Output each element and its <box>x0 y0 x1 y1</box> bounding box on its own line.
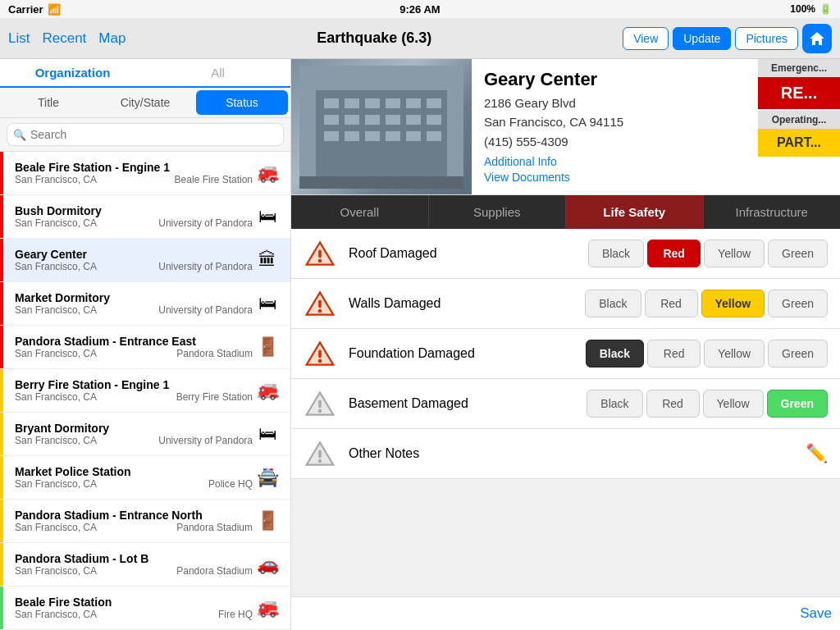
assess-btn-green[interactable]: Green <box>767 390 828 418</box>
assess-btn-green[interactable]: Green <box>768 290 828 317</box>
assessment-row: Basement DamagedBlackRedYellowGreen <box>291 379 840 429</box>
list-item-text: Berry Fire Station - Engine 1San Francis… <box>8 378 253 403</box>
additional-info-link[interactable]: Additional Info <box>484 155 828 168</box>
assessment-row: Walls DamagedBlackRedYellowGreen <box>291 279 840 329</box>
nav-bar: List Recent Map Earthquake (6.3) View Up… <box>0 18 840 59</box>
save-button[interactable]: Save <box>800 605 832 622</box>
assessment-row-label: Roof Damaged <box>349 246 576 261</box>
nav-actions: View Update Pictures <box>623 24 832 53</box>
svg-rect-7 <box>406 98 421 108</box>
update-button[interactable]: Update <box>673 27 731 50</box>
assess-btn-yellow[interactable]: Yellow <box>703 390 764 418</box>
assess-btn-black[interactable]: Black <box>586 340 644 368</box>
main-container: Organization All Title City/State Status… <box>0 59 840 630</box>
list-item[interactable]: Bush DormitorySan Francisco, CAUniversit… <box>0 195 290 239</box>
list-item[interactable]: Market Police StationSan Francisco, CAPo… <box>0 456 290 500</box>
assess-btn-black[interactable]: Black <box>587 390 642 418</box>
list-nav-button[interactable]: List <box>8 30 30 47</box>
map-nav-button[interactable]: Map <box>98 30 126 47</box>
list-item-sub: San Francisco, CAUniversity of Pandora <box>15 261 253 272</box>
operating-status: PART... <box>758 129 840 157</box>
assess-btn-black[interactable]: Black <box>588 240 644 267</box>
operating-label: Operating... <box>758 111 840 129</box>
list-item[interactable]: Berry Fire Station - Engine 1San Francis… <box>0 369 290 413</box>
wifi-icon: 📶 <box>48 3 61 16</box>
list-item-text: Pandora Stadium - Entrance NorthSan Fran… <box>8 509 253 533</box>
filter-title[interactable]: Title <box>2 90 94 115</box>
list-item-sub: San Francisco, CAFire HQ <box>15 609 253 620</box>
location-header: Geary Center 2186 Geary Blvd San Francis… <box>291 59 840 195</box>
svg-rect-5 <box>365 98 380 108</box>
home-button[interactable] <box>802 24 832 53</box>
assess-btn-yellow[interactable]: Yellow <box>704 240 765 267</box>
list-item[interactable]: Pandora Stadium - Entrance NorthSan Fran… <box>0 500 290 543</box>
svg-rect-20 <box>427 131 441 141</box>
list-item[interactable]: Geary CenterSan Francisco, CAUniversity … <box>0 239 290 282</box>
assess-btn-green[interactable]: Green <box>768 240 828 267</box>
list-item-text: Beale Fire StationSan Francisco, CAFire … <box>8 596 253 620</box>
svg-point-36 <box>318 459 322 463</box>
svg-rect-21 <box>299 176 463 189</box>
list-item-icon: 🚔 <box>253 463 282 492</box>
list-item[interactable]: Pandora Stadium - Lot BSan Francisco, CA… <box>0 543 290 587</box>
filter-tabs: Title City/State Status <box>0 88 290 118</box>
battery-info: 100% 🔋 <box>790 3 832 15</box>
svg-rect-9 <box>324 115 339 125</box>
list-item[interactable]: Beale Fire StationSan Francisco, CAFire … <box>0 587 290 630</box>
view-documents-link[interactable]: View Documents <box>484 171 828 184</box>
page-title: Earthquake (6.3) <box>317 30 431 47</box>
sidebar: Organization All Title City/State Status… <box>0 59 291 630</box>
assess-btn-red[interactable]: Red <box>647 240 701 267</box>
svg-rect-3 <box>324 98 339 108</box>
list-item-icon: 🛏 <box>253 289 282 318</box>
list-item-text: Beale Fire Station - Engine 1San Francis… <box>8 161 253 185</box>
emergency-label: Emergenc... <box>758 59 840 77</box>
list-item-title: Bryant Dormitory <box>15 422 253 435</box>
assessment-row-label: Walls Damaged <box>349 296 573 311</box>
svg-rect-32 <box>318 400 322 409</box>
list-item[interactable]: Pandora Stadium - Entrance EastSan Franc… <box>0 326 290 369</box>
svg-rect-26 <box>318 300 322 308</box>
search-icon: 🔍 <box>13 129 26 141</box>
status-time: 9:26 AM <box>399 3 440 16</box>
filter-status[interactable]: Status <box>196 90 288 115</box>
location-photo <box>291 59 472 194</box>
assess-btn-red[interactable]: Red <box>646 390 700 418</box>
svg-rect-8 <box>427 98 441 108</box>
list-item-text: Bush DormitorySan Francisco, CAUniversit… <box>8 204 253 229</box>
svg-rect-18 <box>386 131 400 141</box>
list-item-indicator <box>0 456 3 499</box>
assess-btn-red[interactable]: Red <box>647 340 701 368</box>
all-tab[interactable]: All <box>145 59 290 86</box>
list-item-title: Pandora Stadium - Entrance North <box>15 509 253 522</box>
assess-btn-black[interactable]: Black <box>585 290 641 317</box>
list-item[interactable]: Beale Fire Station - Engine 1San Francis… <box>0 152 290 195</box>
assess-btn-yellow[interactable]: Yellow <box>704 340 765 368</box>
content-tab-infrastructure[interactable]: Infrastructure <box>704 195 841 229</box>
recent-nav-button[interactable]: Recent <box>42 30 86 47</box>
search-input[interactable] <box>7 123 284 146</box>
pencil-icon[interactable]: ✏️ <box>806 443 828 464</box>
content-tab-life-safety[interactable]: Life Safety <box>566 195 704 229</box>
list-item[interactable]: Market DormitorySan Francisco, CAUnivers… <box>0 282 290 326</box>
organization-tab[interactable]: Organization <box>0 59 145 86</box>
svg-rect-23 <box>318 250 322 258</box>
list-item[interactable]: Bryant DormitorySan Francisco, CAUnivers… <box>0 413 290 456</box>
svg-rect-14 <box>427 115 441 125</box>
list-item-title: Geary Center <box>15 248 253 261</box>
svg-rect-12 <box>386 115 400 125</box>
list-item-title: Pandora Stadium - Lot B <box>15 552 253 565</box>
list-item-indicator <box>0 326 3 368</box>
assessment-button-group: BlackRedYellowGreen <box>585 290 828 317</box>
list-item-text: Pandora Stadium - Entrance EastSan Franc… <box>8 335 253 359</box>
list-item-title: Market Dormitory <box>15 291 253 304</box>
assess-btn-green[interactable]: Green <box>768 340 828 368</box>
assess-btn-red[interactable]: Red <box>645 290 698 317</box>
content-tab-supplies[interactable]: Supplies <box>429 195 567 229</box>
list-item-text: Pandora Stadium - Lot BSan Francisco, CA… <box>8 552 253 577</box>
pictures-button[interactable]: Pictures <box>735 27 798 50</box>
filter-citystate[interactable]: City/State <box>99 90 191 115</box>
content-tab-overall[interactable]: Overall <box>291 195 429 229</box>
assess-btn-yellow[interactable]: Yellow <box>701 290 765 317</box>
view-button[interactable]: View <box>623 27 669 50</box>
